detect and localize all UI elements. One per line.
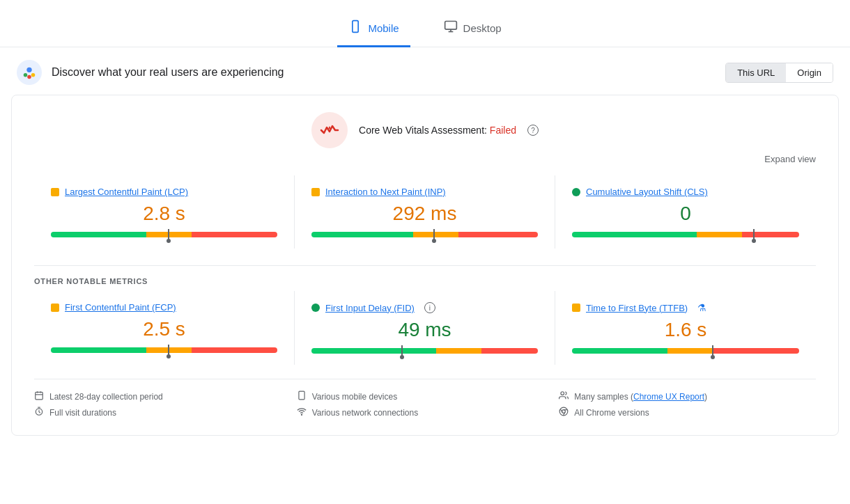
svg-point-19 xyxy=(561,392,564,395)
assessment-icon xyxy=(311,112,348,148)
svg-rect-2 xyxy=(445,22,456,30)
metric-value-cls: 0 xyxy=(572,203,799,225)
svg-rect-16 xyxy=(299,391,304,400)
metric-bar-cls xyxy=(572,232,799,237)
metric-name-inp[interactable]: Interaction to Next Paint (INP) xyxy=(325,187,446,197)
crux-avatar xyxy=(17,60,42,85)
metric-name-fcp[interactable]: First Contentful Paint (FCP) xyxy=(65,302,176,313)
tab-desktop-label: Desktop xyxy=(463,22,502,34)
metric-dot-ttfb xyxy=(572,304,580,312)
svg-point-5 xyxy=(26,68,31,72)
svg-point-18 xyxy=(301,414,302,415)
samples-text: Many samples (Chrome UX Report) xyxy=(574,392,707,402)
collection-period-text: Latest 28-day collection period xyxy=(49,392,163,402)
metric-name-fid[interactable]: First Input Delay (FID) xyxy=(325,303,415,313)
tab-mobile[interactable]: Mobile xyxy=(337,11,410,47)
metric-bar-inp xyxy=(311,232,538,237)
footer-col-3: Many samples (Chrome UX Report) All Chro… xyxy=(559,391,816,418)
assessment-status: Failed xyxy=(490,125,516,136)
metric-label-row-fcp: First Contentful Paint (FCP) xyxy=(51,302,277,313)
this-url-button[interactable]: This URL xyxy=(726,63,786,82)
expand-row: Expand view xyxy=(34,154,816,164)
metric-name-cls[interactable]: Cumulative Layout Shift (CLS) xyxy=(586,187,708,197)
bar-green-cls xyxy=(572,232,697,237)
main-card: Core Web Vitals Assessment: Failed ? Exp… xyxy=(11,95,839,436)
metric-label-row-lcp: Largest Contentful Paint (LCP) xyxy=(51,187,277,197)
mobile-icon xyxy=(348,19,362,37)
chrome-icon xyxy=(559,407,569,418)
devices-text: Various mobile devices xyxy=(312,392,398,402)
bar-red-lcp xyxy=(192,232,278,237)
crux-report-link[interactable]: Chrome UX Report xyxy=(633,392,704,402)
fid-info-icon[interactable]: i xyxy=(424,302,435,313)
metric-value-fid: 49 ms xyxy=(311,319,538,341)
visit-duration-text: Full visit durations xyxy=(49,408,116,418)
metric-label-row-ttfb: Time to First Byte (TTFB)⚗ xyxy=(572,302,799,313)
bar-orange-cls xyxy=(697,232,742,237)
svg-point-7 xyxy=(31,73,36,77)
bar-marker-fcp xyxy=(168,345,169,356)
metric-cell-ttfb: Time to First Byte (TTFB)⚗ 1.6 s xyxy=(555,291,816,365)
bar-orange-ttfb xyxy=(667,348,713,354)
bar-green-lcp xyxy=(51,232,146,237)
users-icon xyxy=(559,391,569,402)
chrome-versions-text: All Chrome versions xyxy=(574,408,649,418)
metric-name-lcp[interactable]: Largest Contentful Paint (LCP) xyxy=(65,187,188,197)
bar-orange-fid xyxy=(436,348,481,354)
metric-value-fcp: 2.5 s xyxy=(51,318,277,340)
metric-name-ttfb[interactable]: Time to First Byte (TTFB) xyxy=(586,303,688,313)
svg-point-6 xyxy=(24,73,28,77)
metric-dot-inp xyxy=(311,188,320,196)
metric-cell-lcp: Largest Contentful Paint (LCP) 2.8 s xyxy=(34,175,295,249)
metric-cell-cls: Cumulative Layout Shift (CLS) 0 xyxy=(555,175,816,249)
svg-marker-9 xyxy=(328,126,331,129)
bar-marker-lcp xyxy=(168,229,169,240)
metric-bar-lcp xyxy=(51,232,277,237)
metric-dot-lcp xyxy=(51,188,59,196)
metric-dot-fcp xyxy=(51,304,59,312)
metric-value-ttfb: 1.6 s xyxy=(572,319,799,341)
tab-bar: Mobile Desktop xyxy=(0,0,850,47)
expand-view-link[interactable]: Expand view xyxy=(764,154,816,164)
metric-label-row-inp: Interaction to Next Paint (INP) xyxy=(311,187,538,197)
metric-bar-fcp xyxy=(51,347,277,353)
metric-dot-cls xyxy=(572,188,580,196)
ttfb-flask-icon: ⚗ xyxy=(697,302,706,313)
bar-marker-cls xyxy=(753,229,755,240)
bar-green-fcp xyxy=(51,347,146,353)
tab-desktop[interactable]: Desktop xyxy=(433,11,513,47)
footer-col-1: Latest 28-day collection period Full vis… xyxy=(34,391,291,418)
url-origin-toggle: This URL Origin xyxy=(725,63,833,83)
other-metrics-grid: First Contentful Paint (FCP) 2.5 s First… xyxy=(34,291,816,365)
bar-green-fid xyxy=(311,348,436,354)
header-title: Discover what your real users are experi… xyxy=(52,66,284,79)
network-icon xyxy=(297,407,307,418)
bar-green-inp xyxy=(311,232,413,237)
svg-rect-10 xyxy=(36,392,43,400)
calendar-icon xyxy=(34,391,44,402)
bar-red-fcp xyxy=(192,347,278,353)
origin-button[interactable]: Origin xyxy=(786,63,833,82)
bar-red-fid xyxy=(481,348,538,354)
header-left: Discover what your real users are experi… xyxy=(17,60,284,85)
metric-label-row-cls: Cumulative Layout Shift (CLS) xyxy=(572,187,799,197)
metric-cell-fid: First Input Delay (FID)i 49 ms xyxy=(295,291,555,365)
metric-bar-ttfb xyxy=(572,348,799,354)
metric-value-lcp: 2.8 s xyxy=(51,203,277,225)
desktop-icon xyxy=(444,19,458,37)
bar-red-inp xyxy=(458,232,538,237)
metric-bar-fid xyxy=(311,348,538,354)
footer-item-devices: Various mobile devices xyxy=(297,391,554,402)
metric-dot-fid xyxy=(311,304,320,312)
bar-red-ttfb xyxy=(713,348,799,354)
other-metrics-label: OTHER NOTABLE METRICS xyxy=(34,277,816,285)
footer-item-collection: Latest 28-day collection period xyxy=(34,391,291,402)
timer-icon xyxy=(34,407,44,418)
footer-col-2: Various mobile devices Various network c… xyxy=(297,391,554,418)
metric-label-row-fid: First Input Delay (FID)i xyxy=(311,302,538,313)
svg-rect-0 xyxy=(353,21,358,33)
assessment-info-icon[interactable]: ? xyxy=(527,125,539,136)
footer-grid: Latest 28-day collection period Full vis… xyxy=(34,379,816,418)
bar-marker-ttfb xyxy=(712,345,713,356)
network-text: Various network connections xyxy=(312,408,419,418)
